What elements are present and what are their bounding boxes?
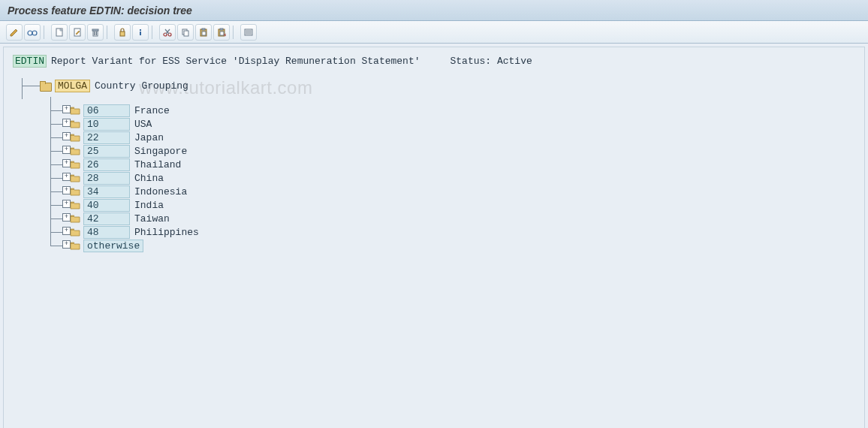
child-code: 26 bbox=[83, 158, 130, 171]
tree-child-node[interactable]: +25Singapore bbox=[50, 144, 855, 158]
child-label: Indonesia bbox=[134, 186, 187, 197]
child-code: 22 bbox=[83, 131, 130, 144]
pencil-icon[interactable] bbox=[6, 24, 23, 41]
svg-rect-10 bbox=[140, 29, 141, 31]
child-label: Japan bbox=[134, 132, 164, 143]
tree-child-node[interactable]: +22Japan bbox=[50, 131, 855, 144]
tree-connector: + bbox=[50, 117, 70, 131]
child-label: Thailand bbox=[134, 159, 181, 170]
svg-point-1 bbox=[32, 31, 37, 35]
child-code: 28 bbox=[83, 172, 130, 185]
tree-child-node[interactable]: +48Philippines bbox=[50, 225, 855, 239]
svg-rect-17 bbox=[202, 29, 205, 30]
node-label: Country Grouping bbox=[95, 80, 188, 92]
node-key: MOLGA bbox=[55, 80, 90, 92]
child-label: Singapore bbox=[134, 146, 187, 157]
feature-code: EDTIN bbox=[13, 55, 47, 68]
status-block: Status: Active bbox=[451, 56, 532, 67]
status-value: Active bbox=[497, 56, 532, 67]
tree-connector: + bbox=[50, 158, 70, 171]
new-page-icon[interactable] bbox=[51, 24, 68, 41]
cut-icon[interactable] bbox=[159, 24, 176, 41]
folder-closed-icon bbox=[70, 173, 80, 182]
svg-rect-21 bbox=[220, 32, 224, 35]
feature-description: Report Variant for ESS Service 'Display … bbox=[51, 56, 420, 67]
content-area: www.tutorialkart.com EDTIN Report Varian… bbox=[3, 47, 865, 428]
tree-connector: + bbox=[50, 212, 70, 225]
edit-page-icon[interactable] bbox=[69, 24, 86, 41]
tree-child-node[interactable]: +26Thailand bbox=[50, 158, 855, 171]
tree-connector: + bbox=[50, 171, 70, 185]
tree-connector: + bbox=[50, 185, 70, 198]
status-label: Status: bbox=[451, 56, 492, 67]
list-icon[interactable] bbox=[240, 24, 257, 41]
svg-rect-11 bbox=[140, 32, 141, 35]
child-label: China bbox=[134, 173, 164, 184]
child-label: USA bbox=[134, 119, 152, 130]
tree-child-node[interactable]: +10USA bbox=[50, 117, 855, 131]
tree-connector: + bbox=[50, 225, 70, 239]
paste-icon[interactable] bbox=[195, 24, 212, 41]
info-icon[interactable] bbox=[132, 24, 149, 41]
molga-node[interactable]: MOLGA Country Grouping bbox=[17, 78, 855, 93]
child-label: Taiwan bbox=[134, 213, 170, 225]
paste-special-icon[interactable] bbox=[213, 24, 230, 41]
folder-closed-icon bbox=[70, 106, 80, 115]
lock-icon[interactable] bbox=[114, 24, 131, 41]
glasses-icon[interactable] bbox=[24, 24, 41, 41]
folder-closed-icon bbox=[70, 133, 80, 142]
tree-child-node[interactable]: +34Indonesia bbox=[50, 185, 855, 198]
child-label: Philippines bbox=[134, 227, 199, 238]
copy-icon[interactable] bbox=[177, 24, 194, 41]
folder-closed-icon bbox=[70, 146, 80, 155]
folder-open-icon bbox=[40, 81, 52, 91]
child-code: otherwise bbox=[83, 240, 143, 252]
page-title: Process feature EDTIN: decision tree bbox=[8, 5, 192, 17]
folder-closed-icon bbox=[70, 241, 80, 250]
tree-connector bbox=[22, 86, 40, 86]
tree-child-node[interactable]: +06France bbox=[50, 104, 855, 117]
tree-connector: + bbox=[50, 144, 70, 158]
toolbar-separator bbox=[107, 26, 111, 39]
child-code: 25 bbox=[83, 145, 130, 158]
folder-closed-icon bbox=[70, 160, 80, 169]
child-code: 10 bbox=[83, 118, 130, 131]
tree-connector: + bbox=[50, 104, 70, 117]
child-code: 42 bbox=[83, 212, 130, 225]
children-container: +06France+10USA+22Japan+25Singapore+26Th… bbox=[50, 104, 855, 252]
svg-rect-5 bbox=[92, 29, 98, 31]
root-node[interactable]: EDTIN Report Variant for ESS Service 'Di… bbox=[13, 55, 855, 68]
svg-point-0 bbox=[28, 31, 32, 35]
svg-rect-20 bbox=[220, 29, 223, 30]
svg-rect-9 bbox=[120, 32, 125, 36]
child-code: 06 bbox=[83, 104, 130, 117]
title-bar: Process feature EDTIN: decision tree bbox=[0, 0, 868, 21]
folder-closed-icon bbox=[70, 187, 80, 196]
tree-connector: + bbox=[50, 239, 70, 252]
folder-closed-icon bbox=[70, 200, 80, 209]
child-label: France bbox=[134, 105, 170, 116]
tree-child-node[interactable]: +40India bbox=[50, 198, 855, 212]
svg-rect-18 bbox=[202, 32, 206, 35]
child-label: India bbox=[134, 200, 164, 211]
tree-connector: + bbox=[50, 131, 70, 144]
toolbar bbox=[0, 21, 868, 44]
tree-connector: + bbox=[50, 198, 70, 212]
svg-rect-15 bbox=[184, 31, 188, 36]
folder-closed-icon bbox=[70, 119, 80, 128]
tree-child-node[interactable]: +42Taiwan bbox=[50, 212, 855, 225]
tree: MOLGA Country Grouping +06France+10USA+2… bbox=[17, 78, 855, 252]
folder-closed-icon bbox=[70, 228, 80, 237]
toolbar-separator bbox=[152, 26, 156, 39]
folder-closed-icon bbox=[70, 214, 80, 223]
trash-icon[interactable] bbox=[87, 24, 104, 41]
tree-child-node[interactable]: +28China bbox=[50, 171, 855, 185]
child-code: 48 bbox=[83, 226, 130, 239]
child-code: 34 bbox=[83, 185, 130, 198]
toolbar-separator bbox=[44, 26, 48, 39]
toolbar-separator bbox=[233, 26, 237, 39]
child-code: 40 bbox=[83, 199, 130, 212]
tree-child-node[interactable]: +otherwise bbox=[50, 239, 855, 252]
